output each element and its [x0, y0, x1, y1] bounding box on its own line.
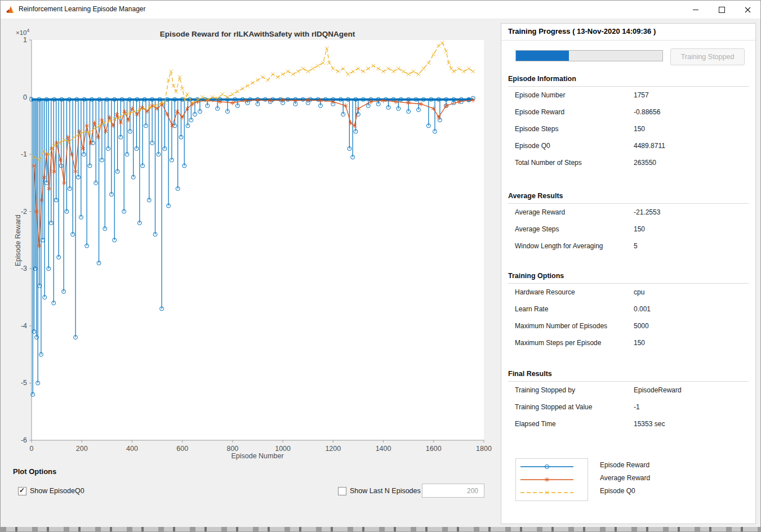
info-row: Total Number of Steps263550 — [508, 154, 749, 171]
y-tick-label: -5 — [21, 379, 27, 387]
section-title: Training Options — [508, 270, 749, 284]
episode-reward-chart: 020040060080010001200140016001800-6-5-4-… — [1, 19, 496, 463]
x-tick-label: 0 — [30, 445, 34, 453]
close-icon — [745, 7, 751, 13]
last-n-episodes-input[interactable] — [422, 484, 484, 498]
info-row: Episode Steps150 — [508, 120, 749, 137]
chart-legend — [515, 458, 588, 501]
panel-heading: Training Progress ( 13-Nov-2020 14:09:36… — [508, 27, 656, 35]
y-tick-label: 1 — [23, 36, 27, 44]
minimize-button[interactable] — [683, 1, 709, 19]
x-tick-label: 200 — [76, 445, 88, 453]
panel-divider — [501, 40, 755, 41]
y-axis-label: Episode Reward — [14, 214, 22, 266]
training-options-section: Training Options Hardware Resourcecpu Le… — [508, 270, 749, 351]
legend-label-average-reward: Average Reward — [600, 474, 650, 482]
minimize-icon — [693, 10, 698, 10]
x-tick-label: 800 — [226, 445, 238, 453]
x-axis-label: Episode Number — [231, 452, 283, 460]
training-progress-panel: Training Progress ( 13-Nov-2020 14:09:36… — [501, 23, 756, 524]
y-axis-exponent: ×104 — [16, 28, 29, 36]
info-row: Maximum Steps per Episode150 — [508, 334, 749, 351]
title-bar: Reinforcement Learning Episode Manager — [1, 1, 760, 19]
training-progress-bar — [515, 50, 663, 61]
y-tick-label: 0 — [23, 93, 27, 101]
episode-information-section: Episode Information Episode Number1757 E… — [508, 73, 749, 171]
y-tick-label: -4 — [21, 322, 27, 330]
x-tick-label: 1400 — [376, 445, 391, 453]
info-row: Episode Number1757 — [508, 87, 749, 104]
info-row: Window Length for Averaging5 — [508, 238, 749, 254]
info-row: Average Reward-21.2553 — [508, 204, 749, 221]
info-row: Elapsed Time15353 sec — [508, 415, 749, 432]
info-row: Episode Q04489.8711 — [508, 137, 749, 154]
final-results-section: Final Results Training Stopped byEpisode… — [508, 368, 749, 432]
app-window: Reinforcement Learning Episode Manager 0… — [0, 0, 761, 532]
matlab-icon — [6, 5, 15, 14]
x-tick-label: 1000 — [275, 445, 291, 453]
info-row: Training Stopped at Value-1 — [508, 399, 749, 415]
x-tick-label: 1200 — [325, 445, 341, 453]
legend-label-episode-reward: Episode Reward — [600, 461, 649, 469]
info-row: Episode Reward-0.88656 — [508, 104, 749, 120]
section-title: Final Results — [508, 368, 749, 382]
legend-label-episode-q0: Episode Q0 — [600, 487, 635, 495]
section-title: Episode Information — [508, 73, 749, 87]
show-episodeq0-label[interactable]: Show EpisodeQ0 — [30, 487, 84, 495]
window-title: Reinforcement Learning Episode Manager — [19, 5, 145, 13]
x-tick-label: 400 — [126, 445, 138, 453]
plot-title: Episode Reward for rILKAwithSafety with … — [160, 30, 355, 38]
info-row: Average Steps150 — [508, 221, 749, 238]
section-title: Average Results — [508, 190, 749, 204]
info-row: Maximum Number of Episodes5000 — [508, 318, 749, 334]
x-tick-label: 600 — [176, 445, 188, 453]
progress-fill — [516, 51, 569, 61]
y-tick-label: -6 — [21, 436, 27, 444]
y-tick-label: -1 — [21, 150, 27, 158]
average-results-section: Average Results Average Reward-21.2553 A… — [508, 190, 749, 254]
x-tick-label: 1600 — [426, 445, 442, 453]
x-tick-label: 1800 — [476, 445, 492, 453]
show-episodeq0-checkbox[interactable] — [18, 487, 26, 495]
maximize-button[interactable] — [709, 1, 735, 19]
plot-options-heading: Plot Options — [13, 467, 56, 476]
show-last-n-label[interactable]: Show Last N Episodes — [350, 487, 421, 495]
info-row: Hardware Resourcecpu — [508, 284, 749, 301]
info-row: Learn Rate0.001 — [508, 301, 749, 318]
close-button[interactable] — [735, 1, 760, 19]
taskbar-sliver — [1, 527, 760, 531]
show-last-n-checkbox[interactable] — [338, 487, 346, 495]
info-row: Training Stopped byEpisodeReward — [508, 382, 749, 399]
training-stopped-button[interactable]: Training Stopped — [670, 48, 745, 65]
maximize-icon — [719, 7, 725, 13]
